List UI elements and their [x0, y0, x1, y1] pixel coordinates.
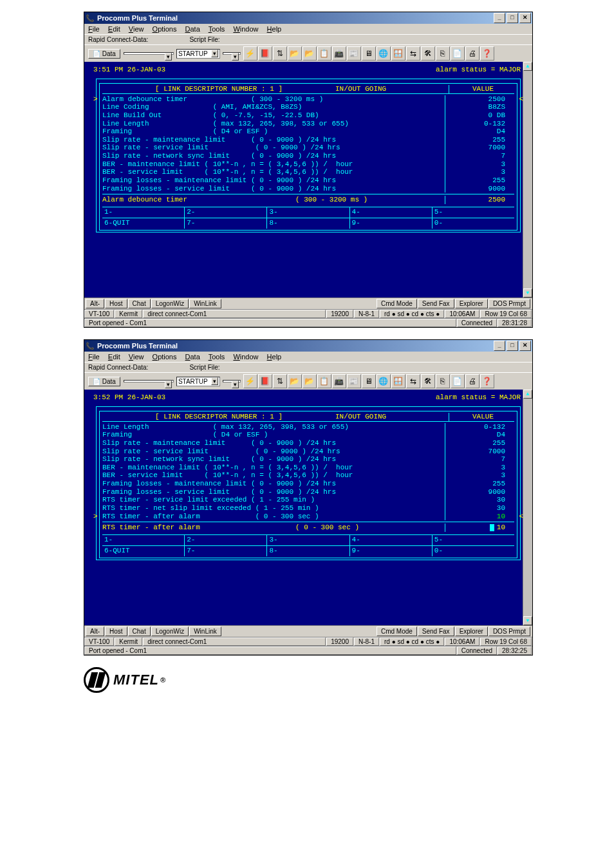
- book-icon[interactable]: 📕: [258, 46, 272, 61]
- rapid-dropdown[interactable]: [124, 52, 174, 55]
- help-icon[interactable]: ❓: [480, 46, 494, 61]
- scroll-up-icon[interactable]: ▲: [523, 62, 532, 71]
- lightning-icon[interactable]: ⚡: [243, 374, 257, 388]
- fkey-7[interactable]: 7-: [185, 218, 267, 229]
- conn-cell[interactable]: direct connect-Com1: [143, 637, 326, 646]
- copy-icon[interactable]: ⎘: [436, 46, 450, 61]
- lightning-icon[interactable]: ⚡: [243, 46, 257, 61]
- copy-icon[interactable]: ⎘: [436, 374, 450, 388]
- monitor-icon[interactable]: 🖥: [362, 46, 376, 61]
- tools-icon[interactable]: 🛠: [421, 374, 435, 388]
- fkey-0[interactable]: 0-: [433, 546, 514, 556]
- fkey-7[interactable]: 7-: [185, 546, 267, 556]
- data-mode-button[interactable]: 📄 Data: [88, 377, 120, 386]
- scrollbar[interactable]: ▲ ▼: [523, 62, 532, 297]
- fkey-5[interactable]: 5-: [433, 535, 514, 545]
- menu-help[interactable]: Help: [267, 353, 282, 361]
- host-button[interactable]: Host: [105, 627, 127, 636]
- cmdmode-button[interactable]: Cmd Mode: [377, 299, 417, 308]
- tools-icon[interactable]: 🛠: [421, 46, 435, 61]
- chat-button[interactable]: Chat: [128, 627, 151, 636]
- menubar[interactable]: File Edit View Options Data Tools Window…: [84, 24, 532, 34]
- ftp-icon[interactable]: ⇆: [406, 374, 420, 388]
- scroll-up-icon[interactable]: ▲: [523, 390, 532, 399]
- fkey-8[interactable]: 8-: [267, 218, 349, 229]
- conn-cell[interactable]: direct connect-Com1: [143, 310, 326, 318]
- kermit-cell[interactable]: Kermit: [115, 310, 142, 318]
- maximize-button[interactable]: □: [507, 341, 518, 351]
- script-run-dropdown[interactable]: [223, 52, 241, 55]
- monitor-icon[interactable]: 🖥: [362, 374, 376, 388]
- folder-down-icon[interactable]: 📂: [302, 46, 317, 61]
- fax-icon[interactable]: 📠: [332, 374, 346, 388]
- updown-icon[interactable]: ⇅: [273, 374, 287, 388]
- cmdmode-button[interactable]: Cmd Mode: [377, 627, 417, 636]
- menu-help[interactable]: Help: [267, 25, 282, 33]
- sendfax-button[interactable]: Send Fax: [418, 627, 454, 636]
- sendfax-button[interactable]: Send Fax: [418, 299, 454, 308]
- menu-window[interactable]: Window: [233, 353, 258, 361]
- rapid-dropdown[interactable]: [124, 380, 174, 382]
- dosprompt-button[interactable]: DOS Prmpt: [488, 299, 530, 308]
- dosprompt-button[interactable]: DOS Prmpt: [488, 627, 530, 636]
- menu-view[interactable]: View: [129, 25, 144, 33]
- script-dropdown[interactable]: STARTUP: [176, 49, 220, 59]
- fkey-9[interactable]: 9-: [350, 218, 433, 229]
- fkey-6QUIT[interactable]: 6-QUIT: [102, 218, 185, 229]
- data-mode-button[interactable]: 📄 Data: [88, 49, 120, 59]
- menu-edit[interactable]: Edit: [108, 353, 120, 361]
- host-button[interactable]: Host: [105, 299, 127, 308]
- maximize-button[interactable]: □: [507, 13, 518, 23]
- minimize-button[interactable]: _: [494, 341, 505, 351]
- vt-cell[interactable]: VT-100: [84, 310, 114, 318]
- news-icon[interactable]: 📰: [347, 374, 361, 388]
- ftp-icon[interactable]: ⇆: [406, 46, 420, 61]
- terminal-area-2[interactable]: ▲ ▼ 3:52 PM 26-JAN-03 alarm status = MAJ…: [84, 390, 532, 625]
- titlebar[interactable]: 📞 Procomm Plus Terminal _ □ ✕: [84, 12, 532, 24]
- script-dropdown[interactable]: STARTUP: [176, 377, 220, 386]
- winlink-button[interactable]: WinLink: [189, 299, 221, 308]
- close-button[interactable]: ✕: [519, 13, 531, 23]
- clipboard-icon[interactable]: 📋: [317, 374, 331, 388]
- fkey-4[interactable]: 4-: [350, 207, 433, 218]
- menu-options[interactable]: Options: [153, 353, 177, 361]
- folder-down-icon[interactable]: 📂: [302, 374, 317, 388]
- chat-button[interactable]: Chat: [128, 299, 151, 308]
- titlebar[interactable]: 📞 Procomm Plus Terminal _ □ ✕: [84, 340, 532, 352]
- fkey-6QUIT[interactable]: 6-QUIT: [102, 546, 185, 556]
- fkey-9[interactable]: 9-: [350, 546, 433, 556]
- help-icon[interactable]: ❓: [480, 374, 494, 388]
- kermit-cell[interactable]: Kermit: [115, 637, 142, 646]
- fkey-1[interactable]: 1-: [102, 535, 185, 545]
- menu-view[interactable]: View: [129, 353, 144, 361]
- updown-icon[interactable]: ⇅: [273, 46, 287, 61]
- minimize-button[interactable]: _: [494, 13, 505, 23]
- menu-data[interactable]: Data: [185, 353, 200, 361]
- fkey-5[interactable]: 5-: [433, 207, 514, 218]
- close-button[interactable]: ✕: [519, 341, 531, 351]
- paste-icon[interactable]: 📄: [451, 374, 465, 388]
- explorer-button[interactable]: Explorer: [455, 627, 488, 636]
- book-icon[interactable]: 📕: [258, 374, 272, 388]
- alt-button[interactable]: Alt-: [86, 627, 104, 636]
- menu-file[interactable]: File: [88, 25, 100, 33]
- scroll-down-icon[interactable]: ▼: [523, 288, 532, 297]
- menu-data[interactable]: Data: [185, 25, 200, 33]
- logonwiz-button[interactable]: LogonWiz: [151, 299, 189, 308]
- clipboard-icon[interactable]: 📋: [317, 46, 331, 61]
- window-icon[interactable]: 🪟: [391, 46, 405, 61]
- fkey-2[interactable]: 2-: [185, 207, 267, 218]
- menu-edit[interactable]: Edit: [108, 25, 120, 33]
- menu-tools[interactable]: Tools: [209, 25, 225, 33]
- explorer-button[interactable]: Explorer: [455, 299, 488, 308]
- folder-up-icon[interactable]: 📂: [288, 46, 302, 61]
- menu-options[interactable]: Options: [153, 25, 177, 33]
- news-icon[interactable]: 📰: [347, 46, 361, 61]
- fkey-0[interactable]: 0-: [433, 218, 514, 229]
- fkey-8[interactable]: 8-: [267, 546, 349, 556]
- window-icon[interactable]: 🪟: [391, 374, 405, 388]
- fkey-3[interactable]: 3-: [267, 207, 349, 218]
- alt-button[interactable]: Alt-: [86, 299, 104, 308]
- menu-file[interactable]: File: [88, 353, 100, 361]
- globe-icon[interactable]: 🌐: [377, 46, 391, 61]
